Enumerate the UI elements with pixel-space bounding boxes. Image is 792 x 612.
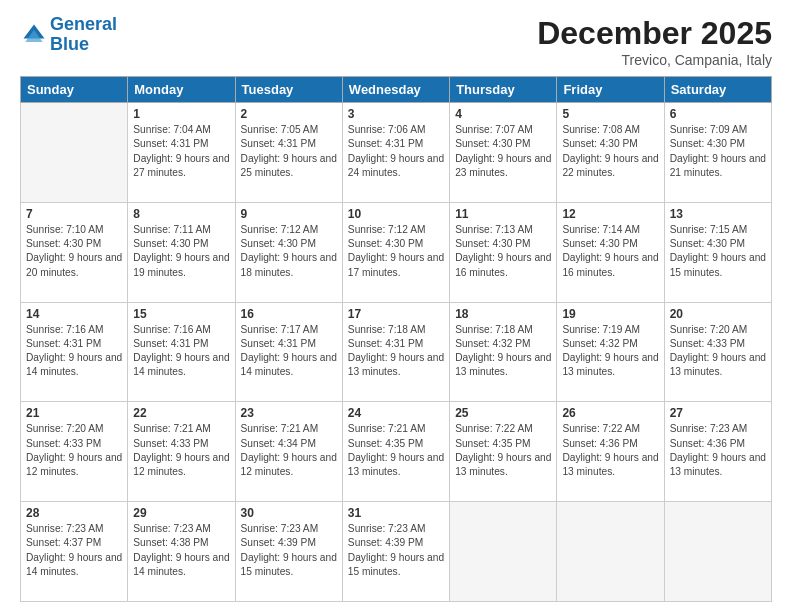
calendar-day: 25 Sunrise: 7:22 AMSunset: 4:35 PMDaylig… <box>450 402 557 502</box>
calendar-day: 26 Sunrise: 7:22 AMSunset: 4:36 PMDaylig… <box>557 402 664 502</box>
calendar-header-monday: Monday <box>128 77 235 103</box>
calendar-header-row: SundayMondayTuesdayWednesdayThursdayFrid… <box>21 77 772 103</box>
calendar-week-3: 21 Sunrise: 7:20 AMSunset: 4:33 PMDaylig… <box>21 402 772 502</box>
calendar-day: 7 Sunrise: 7:10 AMSunset: 4:30 PMDayligh… <box>21 202 128 302</box>
calendar-day: 8 Sunrise: 7:11 AMSunset: 4:30 PMDayligh… <box>128 202 235 302</box>
day-info: Sunrise: 7:17 AMSunset: 4:31 PMDaylight:… <box>241 323 337 380</box>
day-number: 9 <box>241 207 337 221</box>
calendar-table: SundayMondayTuesdayWednesdayThursdayFrid… <box>20 76 772 602</box>
header: General Blue December 2025 Trevico, Camp… <box>20 15 772 68</box>
day-info: Sunrise: 7:12 AMSunset: 4:30 PMDaylight:… <box>241 223 337 280</box>
day-info: Sunrise: 7:18 AMSunset: 4:31 PMDaylight:… <box>348 323 444 380</box>
calendar-header-tuesday: Tuesday <box>235 77 342 103</box>
logo: General Blue <box>20 15 117 55</box>
calendar-day: 18 Sunrise: 7:18 AMSunset: 4:32 PMDaylig… <box>450 302 557 402</box>
day-info: Sunrise: 7:18 AMSunset: 4:32 PMDaylight:… <box>455 323 551 380</box>
day-info: Sunrise: 7:13 AMSunset: 4:30 PMDaylight:… <box>455 223 551 280</box>
day-number: 19 <box>562 307 658 321</box>
day-number: 13 <box>670 207 766 221</box>
day-number: 14 <box>26 307 122 321</box>
calendar-week-1: 7 Sunrise: 7:10 AMSunset: 4:30 PMDayligh… <box>21 202 772 302</box>
calendar-day: 24 Sunrise: 7:21 AMSunset: 4:35 PMDaylig… <box>342 402 449 502</box>
calendar-day: 2 Sunrise: 7:05 AMSunset: 4:31 PMDayligh… <box>235 103 342 203</box>
day-number: 23 <box>241 406 337 420</box>
logo-blue: Blue <box>50 34 89 54</box>
calendar-header-wednesday: Wednesday <box>342 77 449 103</box>
day-info: Sunrise: 7:09 AMSunset: 4:30 PMDaylight:… <box>670 123 766 180</box>
day-number: 20 <box>670 307 766 321</box>
calendar-day: 15 Sunrise: 7:16 AMSunset: 4:31 PMDaylig… <box>128 302 235 402</box>
calendar-day: 16 Sunrise: 7:17 AMSunset: 4:31 PMDaylig… <box>235 302 342 402</box>
calendar-day: 11 Sunrise: 7:13 AMSunset: 4:30 PMDaylig… <box>450 202 557 302</box>
day-number: 1 <box>133 107 229 121</box>
calendar-day: 12 Sunrise: 7:14 AMSunset: 4:30 PMDaylig… <box>557 202 664 302</box>
calendar-day: 23 Sunrise: 7:21 AMSunset: 4:34 PMDaylig… <box>235 402 342 502</box>
subtitle: Trevico, Campania, Italy <box>537 52 772 68</box>
calendar-day <box>557 502 664 602</box>
calendar-day: 27 Sunrise: 7:23 AMSunset: 4:36 PMDaylig… <box>664 402 771 502</box>
day-number: 21 <box>26 406 122 420</box>
day-info: Sunrise: 7:23 AMSunset: 4:38 PMDaylight:… <box>133 522 229 579</box>
day-number: 6 <box>670 107 766 121</box>
day-info: Sunrise: 7:22 AMSunset: 4:35 PMDaylight:… <box>455 422 551 479</box>
day-info: Sunrise: 7:14 AMSunset: 4:30 PMDaylight:… <box>562 223 658 280</box>
day-info: Sunrise: 7:21 AMSunset: 4:33 PMDaylight:… <box>133 422 229 479</box>
day-info: Sunrise: 7:16 AMSunset: 4:31 PMDaylight:… <box>26 323 122 380</box>
calendar-day: 10 Sunrise: 7:12 AMSunset: 4:30 PMDaylig… <box>342 202 449 302</box>
day-info: Sunrise: 7:23 AMSunset: 4:39 PMDaylight:… <box>241 522 337 579</box>
logo-general: General <box>50 14 117 34</box>
day-info: Sunrise: 7:04 AMSunset: 4:31 PMDaylight:… <box>133 123 229 180</box>
calendar-day: 6 Sunrise: 7:09 AMSunset: 4:30 PMDayligh… <box>664 103 771 203</box>
calendar-day: 20 Sunrise: 7:20 AMSunset: 4:33 PMDaylig… <box>664 302 771 402</box>
logo-text: General Blue <box>50 15 117 55</box>
calendar-day: 28 Sunrise: 7:23 AMSunset: 4:37 PMDaylig… <box>21 502 128 602</box>
day-number: 29 <box>133 506 229 520</box>
calendar-day: 9 Sunrise: 7:12 AMSunset: 4:30 PMDayligh… <box>235 202 342 302</box>
day-number: 12 <box>562 207 658 221</box>
day-number: 5 <box>562 107 658 121</box>
day-number: 18 <box>455 307 551 321</box>
calendar-day: 19 Sunrise: 7:19 AMSunset: 4:32 PMDaylig… <box>557 302 664 402</box>
day-number: 7 <box>26 207 122 221</box>
calendar-day: 14 Sunrise: 7:16 AMSunset: 4:31 PMDaylig… <box>21 302 128 402</box>
main-title: December 2025 <box>537 15 772 52</box>
calendar-day: 4 Sunrise: 7:07 AMSunset: 4:30 PMDayligh… <box>450 103 557 203</box>
calendar-week-2: 14 Sunrise: 7:16 AMSunset: 4:31 PMDaylig… <box>21 302 772 402</box>
day-info: Sunrise: 7:20 AMSunset: 4:33 PMDaylight:… <box>26 422 122 479</box>
day-info: Sunrise: 7:23 AMSunset: 4:37 PMDaylight:… <box>26 522 122 579</box>
day-info: Sunrise: 7:23 AMSunset: 4:39 PMDaylight:… <box>348 522 444 579</box>
calendar-day: 13 Sunrise: 7:15 AMSunset: 4:30 PMDaylig… <box>664 202 771 302</box>
day-info: Sunrise: 7:11 AMSunset: 4:30 PMDaylight:… <box>133 223 229 280</box>
page: General Blue December 2025 Trevico, Camp… <box>0 0 792 612</box>
day-number: 10 <box>348 207 444 221</box>
day-info: Sunrise: 7:23 AMSunset: 4:36 PMDaylight:… <box>670 422 766 479</box>
day-number: 28 <box>26 506 122 520</box>
day-info: Sunrise: 7:21 AMSunset: 4:35 PMDaylight:… <box>348 422 444 479</box>
calendar-day: 1 Sunrise: 7:04 AMSunset: 4:31 PMDayligh… <box>128 103 235 203</box>
calendar-day <box>450 502 557 602</box>
calendar-day: 5 Sunrise: 7:08 AMSunset: 4:30 PMDayligh… <box>557 103 664 203</box>
day-info: Sunrise: 7:21 AMSunset: 4:34 PMDaylight:… <box>241 422 337 479</box>
day-number: 27 <box>670 406 766 420</box>
day-info: Sunrise: 7:15 AMSunset: 4:30 PMDaylight:… <box>670 223 766 280</box>
day-number: 11 <box>455 207 551 221</box>
day-number: 26 <box>562 406 658 420</box>
day-number: 30 <box>241 506 337 520</box>
day-number: 8 <box>133 207 229 221</box>
calendar-header-saturday: Saturday <box>664 77 771 103</box>
title-block: December 2025 Trevico, Campania, Italy <box>537 15 772 68</box>
calendar-day: 22 Sunrise: 7:21 AMSunset: 4:33 PMDaylig… <box>128 402 235 502</box>
calendar-header-thursday: Thursday <box>450 77 557 103</box>
day-number: 31 <box>348 506 444 520</box>
day-number: 25 <box>455 406 551 420</box>
day-info: Sunrise: 7:07 AMSunset: 4:30 PMDaylight:… <box>455 123 551 180</box>
calendar-day: 30 Sunrise: 7:23 AMSunset: 4:39 PMDaylig… <box>235 502 342 602</box>
calendar-header-friday: Friday <box>557 77 664 103</box>
day-info: Sunrise: 7:12 AMSunset: 4:30 PMDaylight:… <box>348 223 444 280</box>
day-info: Sunrise: 7:06 AMSunset: 4:31 PMDaylight:… <box>348 123 444 180</box>
day-info: Sunrise: 7:20 AMSunset: 4:33 PMDaylight:… <box>670 323 766 380</box>
logo-icon <box>20 21 48 49</box>
calendar-day <box>664 502 771 602</box>
calendar-day: 21 Sunrise: 7:20 AMSunset: 4:33 PMDaylig… <box>21 402 128 502</box>
calendar-day <box>21 103 128 203</box>
